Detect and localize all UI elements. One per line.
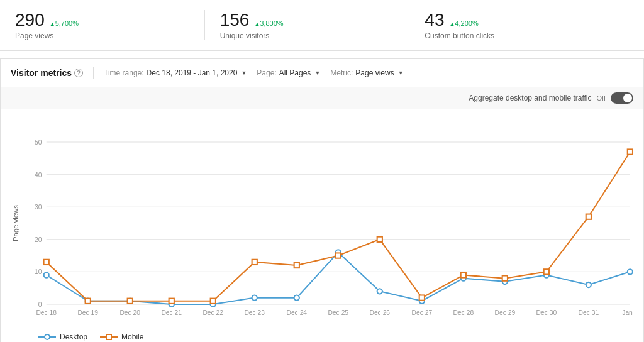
page-filter[interactable]: Page: All Pages ▼ <box>257 69 320 77</box>
desktop-legend-label: Desktop <box>60 333 87 341</box>
button-clicks-change: 4,200% <box>450 19 479 27</box>
svg-text:Dec 29: Dec 29 <box>494 309 515 316</box>
legend-mobile: Mobile <box>100 333 143 341</box>
mobile-markers <box>44 149 633 303</box>
y-grid: 0 10 20 30 40 50 <box>35 139 630 308</box>
svg-rect-45 <box>169 299 174 304</box>
stat-unique-visitors: 156 3,800% Unique visitors <box>220 10 410 40</box>
svg-rect-48 <box>294 263 299 268</box>
svg-point-41 <box>628 269 633 274</box>
svg-text:Dec 30: Dec 30 <box>536 309 557 316</box>
svg-point-40 <box>586 282 591 287</box>
unique-visitors-label: Unique visitors <box>220 31 394 40</box>
svg-text:Dec 22: Dec 22 <box>203 309 223 316</box>
stat-page-views: 290 5,700% Page views <box>15 10 205 40</box>
svg-text:Jan 1: Jan 1 <box>622 309 633 316</box>
line-chart: Page views 0 10 20 30 <box>11 119 633 321</box>
svg-text:Dec 21: Dec 21 <box>161 309 182 316</box>
time-range-filter[interactable]: Time range: Dec 18, 2019 - Jan 1, 2020 ▼ <box>104 69 247 77</box>
svg-point-58 <box>45 334 50 339</box>
unique-visitors-value: 156 <box>220 10 250 30</box>
chart-legend: Desktop Mobile <box>1 328 643 342</box>
page-views-change: 5,700% <box>50 19 79 27</box>
svg-text:40: 40 <box>35 172 42 179</box>
svg-text:Dec 19: Dec 19 <box>77 309 98 316</box>
svg-rect-55 <box>586 214 591 219</box>
chart-area: Page views 0 10 20 30 <box>1 109 643 328</box>
svg-rect-46 <box>211 299 216 304</box>
toggle-state: Off <box>597 94 606 102</box>
svg-text:Dec 25: Dec 25 <box>328 309 348 316</box>
desktop-line <box>47 252 630 304</box>
page-views-label: Page views <box>15 31 189 40</box>
metrics-header: Visitor metrics ? Time range: Dec 18, 20… <box>1 59 643 87</box>
x-axis-labels: Dec 18 Dec 19 Dec 20 Dec 21 Dec 22 Dec 2… <box>36 309 633 316</box>
svg-text:30: 30 <box>35 204 42 211</box>
svg-text:10: 10 <box>35 268 42 275</box>
time-range-arrow: ▼ <box>241 70 247 76</box>
svg-text:Dec 18: Dec 18 <box>36 309 57 316</box>
svg-rect-52 <box>461 272 466 277</box>
legend-desktop: Desktop <box>38 333 87 341</box>
mobile-legend-label: Mobile <box>121 333 143 341</box>
metrics-title: Visitor metrics ? <box>11 68 83 78</box>
button-clicks-label: Custom button clicks <box>425 31 599 40</box>
svg-text:Dec 23: Dec 23 <box>244 309 265 316</box>
svg-rect-56 <box>628 149 633 154</box>
svg-text:Dec 24: Dec 24 <box>286 309 307 316</box>
svg-text:Dec 26: Dec 26 <box>369 309 390 316</box>
svg-rect-44 <box>128 299 133 304</box>
y-axis-label: Page views <box>12 205 19 241</box>
svg-text:Dec 20: Dec 20 <box>119 309 140 316</box>
toggle-label: Aggregate desktop and mobile traffic <box>469 94 591 102</box>
svg-point-32 <box>252 295 257 300</box>
help-icon[interactable]: ? <box>74 69 83 77</box>
header-divider <box>93 67 94 79</box>
metric-filter[interactable]: Metric: Page views ▼ <box>330 69 403 77</box>
svg-rect-42 <box>44 260 49 265</box>
svg-text:50: 50 <box>35 139 42 146</box>
svg-rect-47 <box>252 260 257 265</box>
metric-arrow: ▼ <box>398 70 404 76</box>
stat-button-clicks: 43 4,200% Custom button clicks <box>425 10 614 40</box>
svg-point-33 <box>294 295 299 300</box>
desktop-legend-icon <box>38 333 56 341</box>
svg-rect-54 <box>544 269 549 274</box>
button-clicks-value: 43 <box>425 10 444 30</box>
toggle-slider <box>611 92 633 104</box>
mobile-legend-icon <box>100 333 118 341</box>
svg-text:Dec 28: Dec 28 <box>453 309 474 316</box>
svg-rect-50 <box>377 237 382 242</box>
visitor-metrics-panel: Visitor metrics ? Time range: Dec 18, 20… <box>0 58 644 342</box>
stats-bar: 290 5,700% Page views 156 3,800% Unique … <box>0 0 644 51</box>
svg-text:0: 0 <box>38 301 42 308</box>
svg-point-35 <box>377 289 382 294</box>
aggregate-toggle[interactable] <box>611 92 633 104</box>
unique-visitors-change: 3,800% <box>254 19 283 27</box>
svg-text:Dec 27: Dec 27 <box>411 309 432 316</box>
svg-rect-53 <box>502 276 508 281</box>
toggle-row: Aggregate desktop and mobile traffic Off <box>1 87 643 109</box>
page-views-value: 290 <box>15 10 45 30</box>
svg-point-27 <box>44 272 49 277</box>
svg-rect-49 <box>336 253 341 258</box>
svg-rect-51 <box>419 295 425 300</box>
svg-text:20: 20 <box>35 236 42 243</box>
page-arrow: ▼ <box>314 70 320 76</box>
svg-text:Dec 31: Dec 31 <box>579 309 599 316</box>
svg-rect-43 <box>86 299 91 304</box>
svg-rect-60 <box>106 334 111 339</box>
